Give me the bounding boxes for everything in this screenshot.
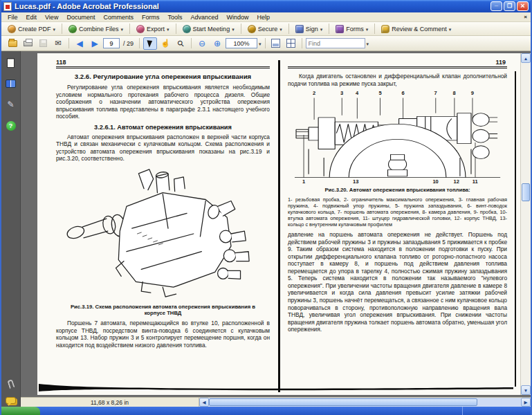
- menu-edit[interactable]: Edit: [22, 14, 42, 21]
- chevron-down-icon[interactable]: [259, 40, 262, 47]
- figure-caption: Рис.3.20. Автомат опережения впрыскивани…: [292, 187, 503, 194]
- combine-files-button[interactable]: Combine Files: [66, 24, 126, 34]
- figure-legend: 1- резьбовая пробка, 2- ограничитель мак…: [288, 196, 507, 228]
- start-meeting-button[interactable]: Start Meeting: [180, 24, 237, 34]
- horizontal-scrollbar[interactable]: ◀ ▶: [199, 398, 531, 407]
- select-tool-icon: [147, 39, 154, 48]
- document-area: 118 3.2.6. Регулирование угла опережения…: [21, 51, 531, 397]
- zoom-in-button[interactable]: ⊕: [210, 37, 224, 50]
- toolbar-separator: [68, 38, 69, 48]
- menu-help[interactable]: Help: [253, 14, 275, 21]
- callout-label: 10: [432, 178, 438, 185]
- menu-window[interactable]: Window: [222, 14, 253, 21]
- toolbar-separator: [176, 24, 176, 34]
- signatures-panel-icon[interactable]: ✎: [7, 100, 14, 109]
- next-page-button[interactable]: ▶: [88, 37, 102, 50]
- full-page-view-button[interactable]: [284, 37, 298, 50]
- windows-taskbar: [1, 407, 531, 415]
- page-119: 119 Когда двигатель остановлен и диффере…: [279, 53, 520, 395]
- scroll-down-icon[interactable]: ▼: [521, 385, 531, 395]
- paragraph: Поршень 7 автомата, перемещающийся во вт…: [56, 320, 270, 349]
- scroll-up-icon[interactable]: ▲: [521, 53, 531, 63]
- document-close-icon[interactable]: ×: [524, 14, 531, 20]
- paragraph: Автомат опережения впрыскивания располож…: [56, 133, 270, 163]
- menu-comments[interactable]: Comments: [99, 14, 138, 21]
- figure-3-20-cross-section: [293, 97, 502, 178]
- figure-3-19-pump-drawing: [62, 165, 263, 302]
- sign-label: Sign: [306, 26, 318, 33]
- figure-3-20: 2 3 4 5 6 7 8 9: [293, 90, 502, 185]
- toolbar-separator: [139, 38, 140, 48]
- page-count-label: / 29: [121, 40, 136, 47]
- pages-panel-icon[interactable]: [7, 58, 15, 68]
- minimize-button[interactable]: [490, 1, 502, 11]
- taskbar-divider: [462, 407, 463, 415]
- callout-label: 4: [356, 90, 358, 96]
- toolbar-separator: [288, 24, 289, 34]
- save-button[interactable]: [36, 37, 50, 50]
- vertical-scrollbar[interactable]: ▲ ▼: [520, 53, 531, 395]
- email-button[interactable]: ✉: [51, 37, 65, 50]
- menu-file[interactable]: File: [3, 14, 22, 21]
- zoom-out-button[interactable]: ⊖: [195, 37, 209, 50]
- zoom-tool-button[interactable]: ⚲: [174, 37, 187, 50]
- start-meeting-icon: [183, 25, 191, 33]
- forms-button[interactable]: Forms: [333, 24, 371, 34]
- hand-tool-button[interactable]: ☝: [158, 37, 172, 50]
- print-button[interactable]: [21, 37, 35, 50]
- subsection-heading: 3.2.6.1. Автомат опережения впрыскивания: [56, 124, 270, 131]
- horizontal-scroll-thumb[interactable]: [209, 398, 477, 406]
- menu-document[interactable]: Document: [62, 14, 99, 21]
- page-number: 118: [56, 59, 270, 66]
- create-pdf-button[interactable]: Create PDF: [5, 24, 58, 34]
- combine-files-icon: [68, 25, 77, 33]
- toolbar-main: Create PDF Combine Files Export Start Me…: [1, 22, 531, 36]
- menu-bar: File Edit View Document Comments Forms T…: [1, 12, 531, 22]
- start-button-fragment[interactable]: [1, 407, 40, 415]
- previous-page-button[interactable]: ◀: [73, 37, 86, 50]
- paragraph: Регулирование угла опережения впрыскиван…: [56, 84, 270, 120]
- scroll-right-icon[interactable]: ▶: [521, 398, 531, 407]
- attachments-panel-icon[interactable]: [7, 379, 15, 389]
- export-button[interactable]: Export: [134, 24, 172, 34]
- callout-label: 6: [402, 90, 405, 96]
- bookmarks-panel-icon[interactable]: [6, 80, 16, 88]
- how-to-panel-icon[interactable]: ?: [6, 121, 16, 131]
- zoom-level-value: 100%: [234, 40, 250, 47]
- pdf-file-icon: [3, 2, 12, 11]
- close-button[interactable]: [517, 1, 529, 11]
- menu-view[interactable]: View: [41, 14, 62, 21]
- create-pdf-label: Create PDF: [18, 26, 51, 33]
- open-button[interactable]: [6, 37, 19, 50]
- zoom-level-select[interactable]: 100%: [226, 38, 257, 48]
- chevron-down-icon: [449, 26, 452, 33]
- open-folder-icon: [8, 40, 17, 47]
- acrobat-window: Lucas.pdf - Adobe Acrobat Professional F…: [0, 0, 532, 415]
- menu-tools[interactable]: Tools: [163, 14, 186, 21]
- previous-page-icon: ◀: [76, 39, 82, 48]
- chevron-down-icon: [121, 26, 124, 33]
- review-comment-button[interactable]: Review & Comment: [378, 24, 454, 34]
- create-pdf-icon: [8, 25, 16, 33]
- horizontal-scroll-track[interactable]: [209, 398, 521, 407]
- callout-label: 1: [302, 178, 305, 185]
- secure-button[interactable]: Secure: [245, 24, 285, 34]
- menu-forms[interactable]: Forms: [138, 14, 164, 21]
- scroll-left-icon[interactable]: ◀: [199, 398, 209, 407]
- callout-label: 9: [471, 90, 474, 96]
- page-number-input[interactable]: [103, 38, 120, 48]
- restore-button[interactable]: [504, 1, 515, 11]
- toolbar-separator: [329, 24, 329, 34]
- vertical-scroll-thumb[interactable]: [522, 183, 530, 201]
- zoom-in-icon: ⊕: [214, 39, 221, 48]
- toolbar-separator: [129, 24, 130, 34]
- chevron-down-icon[interactable]: [367, 40, 369, 47]
- find-input[interactable]: [306, 38, 365, 48]
- menu-advanced[interactable]: Advanced: [186, 14, 222, 21]
- chevron-down-icon: [279, 26, 282, 33]
- select-tool-button[interactable]: [143, 37, 157, 50]
- sign-button[interactable]: Sign: [293, 24, 326, 34]
- page-width-view-button[interactable]: [269, 37, 283, 50]
- comments-panel-icon[interactable]: [6, 397, 16, 404]
- printer-icon: [24, 41, 33, 46]
